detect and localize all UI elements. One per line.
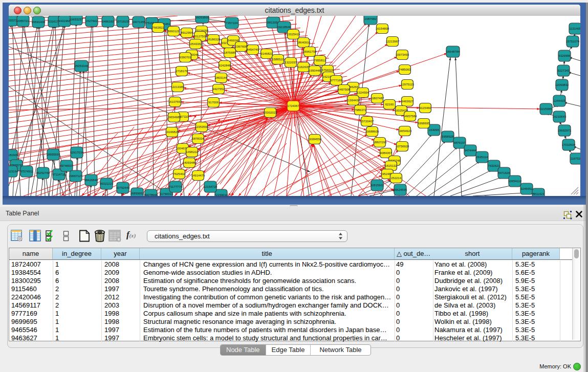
svg-text:16107553: 16107553 (168, 100, 182, 103)
svg-text:10688609: 10688609 (365, 130, 379, 133)
svg-text:62160: 62160 (385, 103, 394, 106)
svg-text:9427552: 9427552 (212, 87, 225, 91)
svg-text:9390701: 9390701 (179, 56, 191, 59)
svg-text:23667127: 23667127 (69, 174, 83, 178)
svg-text:10543362: 10543362 (189, 42, 203, 46)
svg-text:1324554: 1324554 (357, 91, 369, 94)
svg-text:1875685: 1875685 (224, 51, 236, 54)
svg-text:61760313: 61760313 (160, 192, 173, 195)
svg-text:7663822: 7663822 (152, 26, 164, 29)
svg-text:1162635: 1162635 (298, 65, 310, 69)
svg-text:39624595: 39624595 (394, 188, 407, 191)
svg-text:6998695: 6998695 (418, 122, 430, 125)
svg-text:18955597: 18955597 (47, 153, 60, 156)
svg-text:18807293: 18807293 (373, 141, 387, 144)
svg-text:6466160: 6466160 (102, 20, 114, 23)
svg-text:9115460: 9115460 (420, 106, 432, 110)
svg-text:19654985: 19654985 (167, 116, 181, 119)
svg-text:7632621: 7632621 (488, 164, 500, 167)
svg-text:15751074: 15751074 (566, 40, 580, 43)
svg-text:20691406: 20691406 (32, 20, 46, 24)
svg-text:10653257: 10653257 (70, 18, 83, 21)
svg-text:14093486: 14093486 (183, 161, 197, 164)
svg-text:6497508: 6497508 (338, 88, 350, 91)
svg-text:86252760: 86252760 (36, 171, 50, 174)
svg-text:2803144: 2803144 (215, 76, 227, 79)
svg-text:15302023: 15302023 (264, 111, 277, 114)
svg-text:18186328: 18186328 (207, 38, 221, 41)
svg-text:35181909: 35181909 (9, 154, 18, 157)
svg-text:26859952: 26859952 (130, 192, 144, 195)
svg-text:5878334: 5878334 (192, 137, 204, 140)
svg-text:2055721: 2055721 (17, 19, 29, 23)
svg-text:1498222: 1498222 (186, 150, 198, 154)
svg-text:1244415: 1244415 (553, 99, 565, 102)
svg-text:56321223: 56321223 (100, 182, 114, 185)
svg-text:30792440: 30792440 (116, 186, 130, 189)
svg-text:8811423: 8811423 (533, 192, 545, 195)
svg-text:20127508: 20127508 (193, 35, 207, 38)
svg-text:15720407: 15720407 (360, 120, 374, 123)
svg-text:2935114: 2935114 (476, 156, 489, 159)
svg-text:10756928: 10756928 (396, 145, 409, 148)
svg-text:18640910: 18640910 (297, 41, 311, 44)
svg-text:6794024: 6794024 (321, 69, 334, 72)
svg-text:1131405: 1131405 (570, 27, 580, 30)
svg-text:14957584: 14957584 (403, 115, 417, 118)
svg-text:164095: 164095 (429, 128, 440, 132)
svg-text:1167534: 1167534 (571, 157, 580, 160)
svg-text:9242848: 9242848 (219, 64, 231, 67)
svg-text:1322037: 1322037 (285, 61, 297, 64)
svg-text:12154728: 12154728 (204, 185, 217, 188)
svg-text:19384554: 19384554 (308, 138, 322, 141)
svg-text:12213967: 12213967 (386, 40, 400, 43)
svg-text:1724067: 1724067 (287, 104, 299, 107)
svg-text:12975115: 12975115 (401, 83, 415, 86)
svg-text:19218506: 19218506 (277, 26, 291, 29)
svg-text:3215955: 3215955 (540, 107, 552, 111)
svg-text:92815901: 92815901 (371, 184, 384, 187)
svg-text:10719155: 10719155 (116, 20, 130, 23)
svg-text:87574911: 87574911 (20, 170, 34, 173)
svg-text:9777169: 9777169 (330, 79, 342, 82)
svg-text:17010504: 17010504 (562, 143, 576, 146)
svg-text:1405572: 1405572 (9, 19, 17, 22)
svg-text:71177774: 71177774 (169, 185, 183, 188)
svg-text:15692971: 15692971 (558, 129, 572, 132)
svg-text:7485063: 7485063 (399, 68, 411, 71)
svg-text:10671355: 10671355 (132, 20, 146, 24)
svg-text:12353594: 12353594 (195, 125, 209, 128)
svg-text:10807487: 10807487 (371, 97, 384, 100)
svg-text:13325419: 13325419 (287, 33, 300, 36)
svg-text:97114710: 97114710 (52, 173, 66, 176)
svg-text:16210643: 16210643 (553, 115, 567, 118)
svg-text:5958928: 5958928 (442, 135, 454, 138)
svg-text:10654112: 10654112 (508, 180, 522, 183)
svg-text:14914479: 14914479 (191, 174, 205, 177)
svg-text:16648784: 16648784 (446, 50, 460, 53)
svg-text:7955812: 7955812 (314, 59, 326, 62)
svg-text:9227343: 9227343 (557, 69, 570, 72)
svg-text:7357224: 7357224 (226, 21, 238, 25)
svg-text:12093832: 12093832 (555, 83, 569, 86)
svg-text:52917034: 52917034 (70, 151, 84, 154)
svg-text:8660123: 8660123 (167, 30, 180, 33)
svg-text:12213383: 12213383 (171, 85, 185, 89)
svg-text:16961758: 16961758 (303, 50, 317, 53)
svg-text:7986372: 7986372 (354, 108, 366, 112)
svg-text:9245652: 9245652 (520, 187, 533, 190)
svg-text:2718179: 2718179 (176, 70, 188, 73)
svg-text:25053346: 25053346 (75, 64, 89, 68)
svg-text:49746507: 49746507 (60, 164, 74, 167)
svg-text:16154808: 16154808 (376, 27, 389, 30)
svg-text:8912954: 8912954 (181, 31, 193, 34)
svg-text:917006: 917006 (208, 101, 219, 104)
svg-text:54323194: 54323194 (9, 170, 18, 173)
svg-text:1990448: 1990448 (309, 69, 321, 72)
svg-text:7625402: 7625402 (173, 172, 185, 176)
svg-text:9084067: 9084067 (380, 151, 392, 155)
svg-text:9146821: 9146821 (260, 52, 273, 55)
svg-text:19654923: 19654923 (398, 129, 412, 133)
svg-text:252214: 252214 (391, 177, 402, 180)
svg-text:1615132: 1615132 (385, 164, 397, 167)
